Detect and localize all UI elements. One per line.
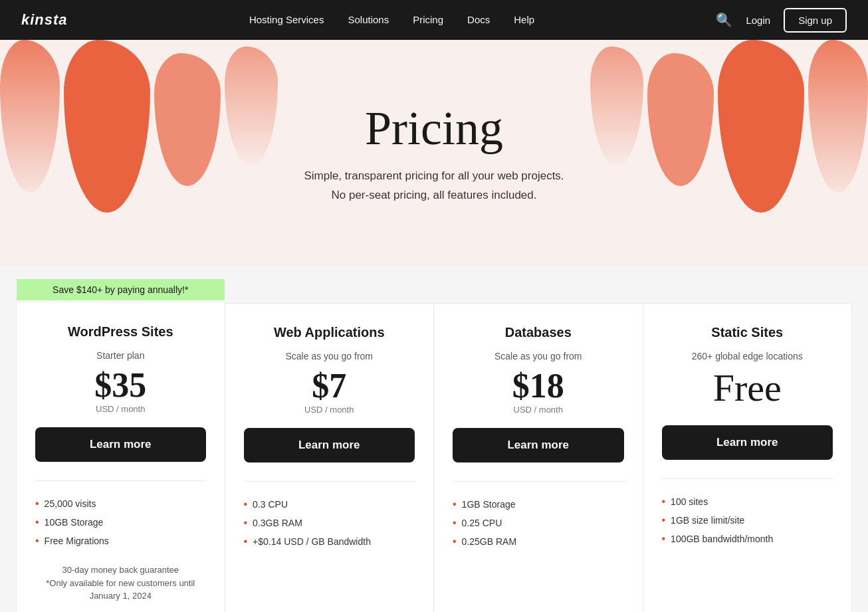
plan-fair-use-static: Fair use policy limits <box>662 608 833 612</box>
feature-storage-db: 1GB Storage <box>453 495 624 514</box>
plan-static: Static Sites 260+ global edge locations … <box>643 303 853 612</box>
plan-price-static: Free <box>662 367 833 409</box>
blob-5 <box>590 47 643 166</box>
signup-button[interactable]: Sign up <box>784 8 847 33</box>
pricing-section: Save $140+ by paying annually!* WordPres… <box>0 266 868 612</box>
plan-badge: Save $140+ by paying annually!* <box>17 279 225 300</box>
plan-price-note-wordpress: USD / month <box>35 404 206 414</box>
learn-more-databases[interactable]: Learn more <box>453 428 624 462</box>
right-blob-group <box>590 40 868 213</box>
plan-subtitle-databases: Scale as you go from <box>453 351 624 361</box>
plan-divider-web-apps <box>244 481 415 482</box>
plan-price-wordpress: $35 <box>35 366 206 404</box>
plan-divider-databases <box>453 481 624 482</box>
plan-name-web-apps: Web Applications <box>244 325 415 340</box>
blob-8 <box>808 40 868 193</box>
nav-actions: 🔍 Login Sign up <box>716 8 847 33</box>
feature-cpu-web: 0.3 CPU <box>244 495 415 514</box>
plan-subtitle-static: 260+ global edge locations <box>662 351 833 361</box>
nav-docs[interactable]: Docs <box>467 14 490 25</box>
page-title: Pricing <box>365 101 503 156</box>
plan-name-databases: Databases <box>453 325 624 340</box>
feature-sites-static: 100 sites <box>662 492 833 511</box>
learn-more-static[interactable]: Learn more <box>662 425 833 460</box>
plan-price-databases: $18 <box>453 367 624 405</box>
feature-bandwidth-web: +$0.14 USD / GB Bandwidth <box>244 532 415 551</box>
plan-guarantee-wordpress: 30-day money back guarantee *Only availa… <box>35 563 206 603</box>
plan-subtitle-wordpress: Starter plan <box>35 350 206 361</box>
nav-help[interactable]: Help <box>514 14 534 25</box>
feature-size-static: 1GB size limit/site <box>662 511 833 530</box>
hero-section: Pricing Simple, transparent pricing for … <box>0 40 868 266</box>
login-link[interactable]: Login <box>746 15 770 26</box>
navbar: kinsta Hosting Services Solutions Pricin… <box>0 0 868 40</box>
plan-databases: Databases Scale as you go from $18 USD /… <box>434 303 643 612</box>
nav-pricing[interactable]: Pricing <box>413 14 443 25</box>
plans-grid: Save $140+ by paying annually!* WordPres… <box>16 303 852 612</box>
left-blob-group <box>0 40 278 213</box>
feature-ram-db: 0.25GB RAM <box>453 532 624 551</box>
plan-trial-databases: Free trial is available <box>453 608 624 612</box>
nav-menu: Hosting Services Solutions Pricing Docs … <box>249 14 534 26</box>
learn-more-wordpress[interactable]: Learn more <box>35 427 206 462</box>
plan-web-apps: Web Applications Scale as you go from $7… <box>225 303 435 612</box>
blob-2 <box>64 40 150 213</box>
pricing-wrapper: Save $140+ by paying annually!* WordPres… <box>16 266 852 612</box>
plan-trial-web-apps: Free trial is available <box>244 608 415 612</box>
plan-price-note-web-apps: USD / month <box>244 405 415 415</box>
plan-features-databases: 1GB Storage 0.25 CPU 0.25GB RAM <box>453 495 624 551</box>
blob-6 <box>647 53 714 186</box>
feature-visits: 25,000 visits <box>35 494 206 513</box>
plan-name-static: Static Sites <box>662 325 833 340</box>
blob-7 <box>718 40 804 213</box>
learn-more-web-apps[interactable]: Learn more <box>244 428 415 462</box>
search-icon[interactable]: 🔍 <box>716 12 732 28</box>
plan-features-static: 100 sites 1GB size limit/site 100GB band… <box>662 492 833 548</box>
plan-features-web-apps: 0.3 CPU 0.3GB RAM +$0.14 USD / GB Bandwi… <box>244 495 415 551</box>
plan-price-note-databases: USD / month <box>453 405 624 415</box>
nav-solutions[interactable]: Solutions <box>348 14 389 25</box>
feature-ram-web: 0.3GB RAM <box>244 514 415 532</box>
feature-cpu-db: 0.25 CPU <box>453 514 624 532</box>
nav-hosting[interactable]: Hosting Services <box>249 14 324 25</box>
plan-divider-wordpress <box>35 480 206 481</box>
plan-divider-static <box>662 478 833 479</box>
plan-price-web-apps: $7 <box>244 367 415 405</box>
feature-storage: 10GB Storage <box>35 513 206 532</box>
blob-4 <box>225 47 278 166</box>
plan-subtitle-web-apps: Scale as you go from <box>244 351 415 361</box>
feature-bandwidth-static: 100GB bandwidth/month <box>662 530 833 548</box>
feature-migrations: Free Migrations <box>35 532 206 550</box>
logo: kinsta <box>21 11 68 29</box>
hero-subtitle-1: Simple, transparent pricing for all your… <box>304 167 564 186</box>
blob-1 <box>0 40 60 193</box>
plan-wordpress: Save $140+ by paying annually!* WordPres… <box>16 303 225 612</box>
plan-features-wordpress: 25,000 visits 10GB Storage Free Migratio… <box>35 494 206 550</box>
hero-subtitle-2: No per-seat pricing, all features includ… <box>332 186 537 205</box>
blob-3 <box>154 53 221 186</box>
plan-name-wordpress: WordPress Sites <box>35 324 206 340</box>
